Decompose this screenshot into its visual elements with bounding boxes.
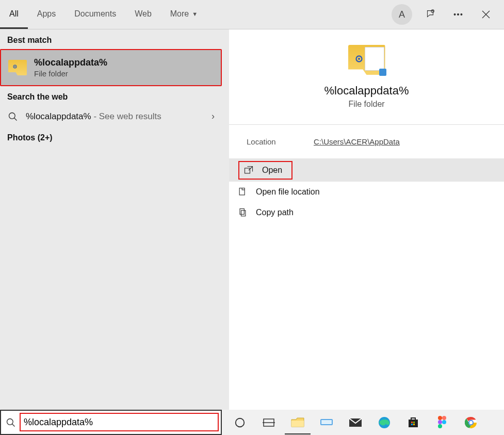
tab-more[interactable]: More ▼	[161, 0, 207, 29]
copy-icon	[237, 207, 248, 218]
search-box[interactable]	[0, 410, 222, 435]
search-scope-tabs: All Apps Documents Web More ▼ A	[0, 0, 504, 29]
cortana-icon[interactable]	[227, 411, 253, 434]
figma-icon[interactable]	[429, 411, 455, 434]
open-icon	[243, 165, 254, 175]
svg-rect-27	[411, 422, 413, 423]
best-match-text: %localappdata% File folder	[34, 57, 107, 78]
svg-point-16	[7, 418, 13, 425]
svg-rect-15	[241, 211, 246, 216]
svg-rect-21	[291, 421, 304, 427]
svg-point-7	[14, 66, 15, 67]
preview-pane: %localappdata% File folder Location C:\U…	[229, 29, 504, 410]
svg-rect-26	[409, 420, 418, 427]
action-open-label: Open	[262, 166, 282, 175]
svg-rect-30	[413, 424, 415, 425]
web-result-row[interactable]: %localappdata% - See web results ›	[0, 106, 222, 127]
bottom-bar	[0, 410, 504, 435]
folder-icon	[8, 60, 27, 75]
taskbar	[222, 410, 504, 435]
svg-point-1	[454, 14, 456, 15]
svg-line-17	[12, 424, 15, 426]
search-input[interactable]	[24, 417, 215, 428]
best-match-header: Best match	[0, 29, 222, 49]
web-result-suffix: - See web results	[91, 111, 161, 121]
svg-point-18	[236, 418, 245, 427]
tab-web[interactable]: Web	[125, 0, 161, 29]
search-content: Best match %localappdata% File folder Se…	[0, 29, 504, 410]
svg-point-0	[431, 10, 434, 13]
mail-icon[interactable]	[343, 411, 368, 434]
svg-point-31	[438, 416, 442, 420]
svg-point-35	[438, 424, 442, 428]
search-web-header: Search the web	[0, 86, 222, 106]
svg-point-33	[438, 420, 442, 424]
photos-header[interactable]: Photos (2+)	[0, 127, 222, 147]
svg-point-38	[469, 421, 473, 424]
microsoft-store-icon[interactable]	[400, 411, 426, 434]
chevron-right-icon: ›	[212, 111, 215, 122]
tab-all[interactable]: All	[0, 0, 28, 29]
search-icon	[2, 412, 20, 433]
chrome-icon[interactable]	[458, 411, 484, 434]
results-pane: Best match %localappdata% File folder Se…	[0, 29, 222, 410]
web-result-query: %localappdata%	[26, 111, 91, 121]
file-explorer-icon[interactable]	[285, 411, 311, 434]
edge-icon[interactable]	[371, 411, 397, 434]
svg-point-8	[9, 112, 15, 119]
best-match-title: %localappdata%	[34, 57, 107, 68]
task-view-icon[interactable]	[256, 411, 282, 434]
best-match-subtitle: File folder	[34, 69, 107, 78]
web-result-text: %localappdata% - See web results	[26, 111, 204, 122]
svg-point-32	[442, 416, 446, 420]
preview-title: %localappdata%	[239, 84, 494, 98]
user-avatar[interactable]: A	[392, 4, 412, 25]
close-icon[interactable]	[472, 0, 500, 29]
action-open-row[interactable]: Open	[229, 159, 504, 182]
svg-point-11	[357, 58, 360, 60]
action-copy-path-label: Copy path	[256, 208, 294, 217]
svg-rect-23	[321, 420, 332, 424]
svg-point-3	[461, 14, 462, 15]
tab-more-label: More	[170, 9, 189, 19]
tab-documents[interactable]: Documents	[65, 0, 125, 29]
svg-line-9	[14, 118, 17, 120]
svg-point-2	[458, 14, 459, 15]
svg-rect-12	[245, 168, 250, 173]
svg-rect-14	[240, 209, 244, 215]
tab-apps[interactable]: Apps	[28, 0, 65, 29]
svg-point-34	[442, 420, 446, 424]
folder-open-location-icon	[237, 187, 248, 197]
preview-subtitle: File folder	[239, 100, 494, 109]
location-value[interactable]: C:\Users\ACER\AppData	[314, 137, 400, 146]
keyboard-app-icon[interactable]	[314, 411, 339, 434]
folder-icon	[348, 45, 385, 75]
action-open-file-location[interactable]: Open file location	[229, 182, 504, 202]
best-match-result[interactable]: %localappdata% File folder	[0, 49, 222, 86]
feedback-icon[interactable]	[416, 0, 444, 29]
search-icon	[7, 111, 19, 122]
action-copy-path[interactable]: Copy path	[229, 202, 504, 223]
svg-rect-29	[411, 424, 413, 425]
search-window: All Apps Documents Web More ▼ A Best mat…	[0, 0, 504, 435]
svg-rect-28	[413, 422, 415, 423]
location-label: Location	[247, 137, 314, 146]
action-open-file-location-label: Open file location	[256, 187, 320, 197]
pane-divider	[222, 29, 229, 410]
location-row: Location C:\Users\ACER\AppData	[229, 125, 504, 159]
more-options-icon[interactable]	[444, 0, 472, 29]
chevron-down-icon: ▼	[192, 11, 198, 17]
